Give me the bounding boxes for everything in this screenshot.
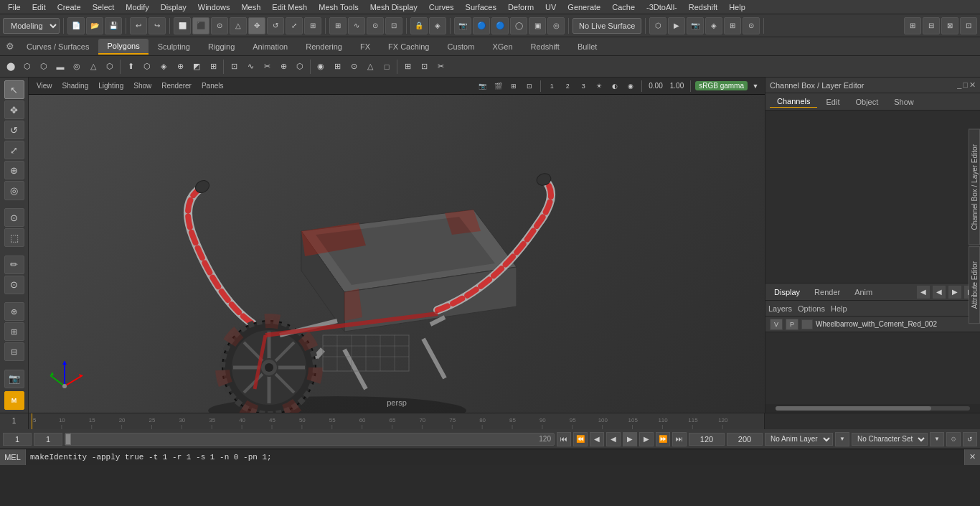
region-select-btn[interactable]: ⬚	[4, 228, 24, 247]
mel-label[interactable]: MEL	[0, 449, 26, 465]
extrude-btn[interactable]: ⬆	[123, 59, 138, 75]
color-space-btn[interactable]: sRGB gamma	[695, 81, 748, 90]
snap-view-btn[interactable]: ⊡	[385, 17, 402, 34]
scale-btn[interactable]: ⤢	[286, 17, 303, 34]
vp-renderer-menu[interactable]: Renderer	[158, 81, 195, 90]
snap-point-btn[interactable]: ⊙	[367, 17, 384, 34]
render-view-btn[interactable]: 📷	[687, 17, 704, 34]
transform-btn[interactable]: ⊞	[304, 17, 321, 34]
edge-loop-btn[interactable]: ⊡	[226, 59, 242, 75]
tab-polygons[interactable]: Polygons	[98, 39, 148, 55]
split-btn[interactable]: ✂	[259, 59, 275, 75]
vp-film-btn[interactable]: 🎬	[491, 80, 504, 93]
camera-btn[interactable]: 📷	[454, 17, 471, 34]
cb-tab-show[interactable]: Show	[887, 96, 921, 108]
start-frame-input[interactable]	[34, 433, 62, 446]
vp-ao-btn[interactable]: ◉	[624, 80, 637, 93]
menu-edit[interactable]: Edit	[27, 1, 51, 13]
cb-close-btn[interactable]: ✕	[969, 80, 976, 90]
current-frame-input[interactable]	[3, 433, 32, 446]
new-file-btn[interactable]: 📄	[67, 17, 85, 34]
poly-cyl-btn[interactable]: ⬡	[36, 59, 52, 75]
auto-key-btn[interactable]: ⚙	[946, 432, 961, 446]
quadrangulate-btn[interactable]: □	[379, 59, 395, 75]
layer-color-swatch[interactable]	[801, 319, 813, 329]
poly-disk-btn[interactable]: ⬡	[102, 59, 118, 75]
save-file-btn[interactable]: 💾	[105, 17, 122, 34]
bridge-btn[interactable]: ⬡	[139, 59, 155, 75]
fill-hole-btn[interactable]: ◩	[189, 59, 204, 75]
hyp-shade-btn[interactable]: ◈	[705, 17, 722, 34]
menu-generate[interactable]: Generate	[562, 1, 606, 13]
goto-start-btn[interactable]: ⏮	[557, 432, 571, 446]
char-set-select[interactable]: No Character Set	[852, 433, 928, 446]
rigging-btn[interactable]: ⊙	[743, 17, 760, 34]
vp-view-menu[interactable]: View	[33, 81, 56, 90]
menu-uv[interactable]: UV	[540, 1, 561, 13]
minus-btn[interactable]: ⊟	[4, 342, 24, 361]
highlight-btn[interactable]: ◈	[429, 17, 446, 34]
tab-rigging[interactable]: Rigging	[199, 39, 243, 55]
merge-btn[interactable]: ⊕	[172, 59, 188, 75]
menu-help[interactable]: Help	[724, 1, 750, 13]
cb-tab-object[interactable]: Object	[848, 96, 885, 108]
range-start-input[interactable]	[689, 433, 725, 446]
tab-fx-caching[interactable]: FX Caching	[380, 39, 438, 55]
cb-tab-channels[interactable]: Channels	[770, 95, 817, 108]
universal-manip-btn[interactable]: ⊕	[4, 161, 24, 179]
uv-unfold-btn[interactable]: ⊞	[400, 59, 415, 75]
vp-color-space-arrow[interactable]: ▼	[750, 78, 760, 94]
edge-flow-btn[interactable]: ∿	[242, 59, 258, 75]
snap-grid-btn[interactable]: ⊞	[329, 17, 347, 34]
layer-down-btn[interactable]: ◀	[933, 286, 946, 299]
tab-custom[interactable]: Custom	[439, 39, 484, 55]
command-input[interactable]	[26, 449, 964, 465]
time-slider-thumb[interactable]	[65, 434, 71, 445]
layer-up-btn[interactable]: ◀	[917, 286, 930, 299]
prev-frame-btn[interactable]: ⏪	[573, 432, 588, 446]
char-set-menu-btn[interactable]: ▼	[930, 432, 944, 446]
range-end-input[interactable]	[727, 433, 763, 446]
cycle-btn[interactable]: ↺	[963, 432, 977, 446]
paint-tool-btn[interactable]: ✏	[4, 256, 24, 274]
vp-light-btn[interactable]: ☀	[593, 80, 606, 93]
render-settings-btn[interactable]: ⬡	[649, 17, 666, 34]
vp-smooth1-btn[interactable]: 1	[545, 80, 558, 93]
scale-tool-btn[interactable]: ⤢	[4, 141, 24, 159]
smooth-btn[interactable]: ◉	[313, 59, 329, 75]
tab-rendering[interactable]: Rendering	[297, 39, 351, 55]
cb-tab-edit[interactable]: Edit	[819, 96, 847, 108]
play-fwd-btn[interactable]: ▶	[623, 432, 637, 446]
cb-float-btn[interactable]: □	[963, 80, 968, 90]
select-all-btn[interactable]: ⬜	[174, 17, 191, 34]
plus-x-btn[interactable]: ⊞	[4, 322, 24, 341]
vp-shading-menu[interactable]: Shading	[59, 81, 93, 90]
render-btn4[interactable]: ▣	[529, 17, 546, 34]
rotate-btn[interactable]: ↺	[267, 17, 284, 34]
lasso-btn[interactable]: ⊙	[211, 17, 228, 34]
menu-windows[interactable]: Windows	[193, 1, 235, 13]
options-label[interactable]: Options	[798, 304, 825, 313]
vp-grid-btn[interactable]: ⊞	[507, 80, 520, 93]
menu-mesh-display[interactable]: Mesh Display	[365, 1, 423, 13]
poly-cube-btn[interactable]: ⬡	[19, 59, 35, 75]
menu-cache[interactable]: Cache	[607, 1, 640, 13]
bevel-btn[interactable]: ◈	[156, 59, 171, 75]
menu-mesh-tools[interactable]: Mesh Tools	[314, 1, 363, 13]
offset-btn[interactable]: ⬡	[292, 59, 308, 75]
vp-lighting-menu[interactable]: Lighting	[95, 81, 127, 90]
triangulate-btn[interactable]: △	[362, 59, 378, 75]
timeline-ruler[interactable]: 5 10 15 20 25 30 35 40 45 50 55 60 65	[29, 413, 765, 429]
uv-map-btn[interactable]: ⊡	[416, 59, 432, 75]
remesh-btn[interactable]: ⊞	[329, 59, 345, 75]
settings-btn1[interactable]: ⊞	[904, 17, 921, 34]
poly-cone-btn[interactable]: △	[85, 59, 101, 75]
poly-torus-btn[interactable]: ◎	[69, 59, 85, 75]
settings-btn3[interactable]: ⊠	[941, 17, 958, 34]
camera-tool-btn[interactable]: 📷	[4, 370, 24, 388]
uv-cut-btn[interactable]: ✂	[433, 59, 448, 75]
menu-select[interactable]: Select	[88, 1, 120, 13]
menu-deform[interactable]: Deform	[503, 1, 539, 13]
cmd-right-btn[interactable]: ✕	[964, 449, 980, 465]
poly-sphere-btn[interactable]: ⬤	[3, 59, 19, 75]
